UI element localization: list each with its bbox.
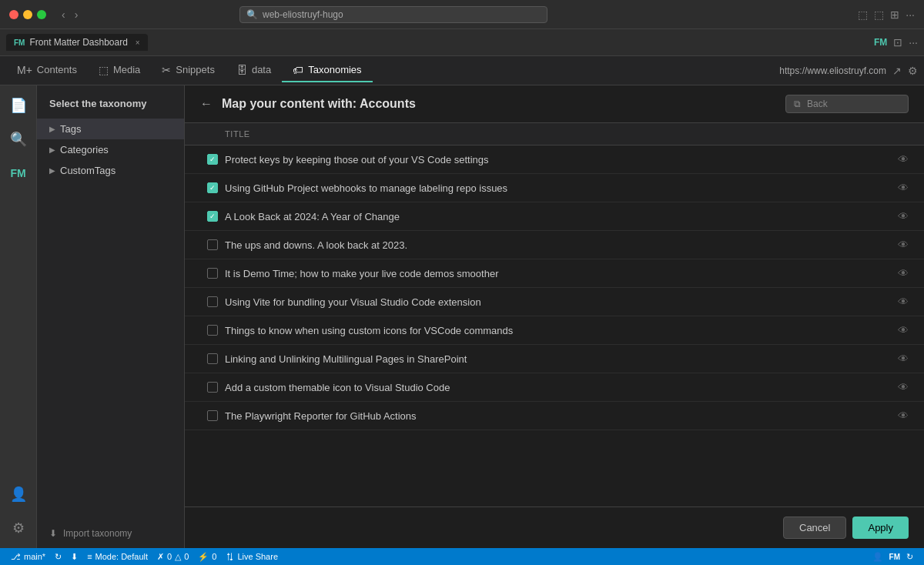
- nav-item-snippets[interactable]: ✂ Snippets: [151, 59, 226, 82]
- table-row[interactable]: Linking and Unlinking Multilingual Pages…: [185, 345, 924, 373]
- apply-button[interactable]: Apply: [852, 517, 909, 539]
- status-errors[interactable]: ✗ 0 △ 0: [152, 548, 193, 565]
- checkbox-10[interactable]: [207, 410, 218, 421]
- sidebar-item-categories[interactable]: ▶ Categories: [37, 139, 184, 160]
- tab-right-controls: FM ⊡ ···: [874, 36, 918, 48]
- status-liveshare[interactable]: ⮁ Live Share: [221, 548, 283, 565]
- row-eye-7[interactable]: 👁: [878, 324, 909, 336]
- fm-status-icon[interactable]: FM: [889, 553, 900, 561]
- back-button[interactable]: ←: [200, 97, 213, 111]
- row-eye-4[interactable]: 👁: [878, 239, 909, 251]
- checkbox-8[interactable]: [207, 353, 218, 364]
- table-container: TITLE Protect keys by keeping those out …: [185, 123, 924, 506]
- fm-tab-icon[interactable]: FM: [874, 37, 887, 48]
- row-checkbox-4[interactable]: [200, 239, 225, 250]
- table-row[interactable]: The ups and downs. A look back at 2023. …: [185, 231, 924, 259]
- row-eye-8[interactable]: 👁: [878, 353, 909, 365]
- checkbox-4[interactable]: [207, 239, 218, 250]
- row-eye-1[interactable]: 👁: [878, 153, 909, 165]
- row-checkbox-8[interactable]: [200, 353, 225, 364]
- row-checkbox-6[interactable]: [200, 296, 225, 307]
- refresh-icon[interactable]: ↻: [906, 552, 913, 562]
- row-checkbox-9[interactable]: [200, 382, 225, 393]
- row-eye-9[interactable]: 👁: [878, 381, 909, 393]
- actbar-search-icon[interactable]: 🔍: [5, 125, 32, 153]
- status-mode[interactable]: ≡ Mode: Default: [82, 548, 152, 565]
- sidebar-toggle-button[interactable]: ⬚: [858, 8, 868, 21]
- status-info[interactable]: ⚡ 0: [193, 548, 221, 565]
- liveshare-icon: ⮁: [226, 552, 234, 561]
- close-traffic-light[interactable]: [9, 10, 18, 19]
- actbar-user-icon[interactable]: 👤: [5, 480, 32, 508]
- settings-icon[interactable]: ⚙: [908, 65, 918, 77]
- import-taxonomy-button[interactable]: ⬇ Import taxonomy: [37, 519, 184, 548]
- panel-toggle-button[interactable]: ⬚: [874, 8, 884, 21]
- maximize-traffic-light[interactable]: [37, 10, 46, 19]
- sidebar-item-tags[interactable]: ▶ Tags: [37, 119, 184, 139]
- address-bar[interactable]: 🔍 web-eliostruyf-hugo: [239, 6, 547, 23]
- checkbox-3[interactable]: [207, 211, 218, 222]
- nav-item-contents[interactable]: M+ Contents: [6, 59, 88, 82]
- address-text: web-eliostruyf-hugo: [263, 9, 343, 20]
- nav-item-data[interactable]: 🗄 data: [226, 59, 282, 82]
- forward-nav-button[interactable]: ›: [72, 7, 82, 22]
- tab-more-button[interactable]: ···: [909, 36, 918, 48]
- back-nav-button[interactable]: ‹: [59, 7, 69, 22]
- activity-bar: 📄 🔍 FM 👤 ⚙: [0, 85, 37, 548]
- main-layout: 📄 🔍 FM 👤 ⚙ Select the taxonomy ▶ Tags ▶ …: [0, 85, 924, 548]
- layout-button[interactable]: ⊞: [890, 8, 899, 21]
- external-link-icon[interactable]: ↗: [892, 65, 902, 77]
- import-label: Import taxonomy: [63, 528, 132, 539]
- table-row[interactable]: Protect keys by keeping those out of you…: [185, 145, 924, 174]
- status-sync[interactable]: ↻: [50, 548, 66, 565]
- row-eye-2[interactable]: 👁: [878, 182, 909, 194]
- checkbox-5[interactable]: [207, 268, 218, 279]
- preview-button[interactable]: ⊡: [893, 36, 902, 48]
- table-row[interactable]: Using GitHub Project webhooks to manage …: [185, 174, 924, 202]
- tabbar: FM Front Matter Dashboard × FM ⊡ ···: [0, 29, 924, 56]
- row-checkbox-3[interactable]: [200, 211, 225, 222]
- checkbox-9[interactable]: [207, 382, 218, 393]
- tab-front-matter[interactable]: FM Front Matter Dashboard ×: [6, 34, 148, 51]
- more-button[interactable]: ···: [906, 8, 915, 21]
- tab-close-button[interactable]: ×: [136, 38, 140, 47]
- row-eye-10[interactable]: 👁: [878, 410, 909, 422]
- liveshare-label: Live Share: [237, 552, 278, 561]
- row-checkbox-10[interactable]: [200, 410, 225, 421]
- actbar-fm-icon[interactable]: FM: [5, 159, 32, 187]
- status-right: 👤 FM ↻: [868, 548, 918, 565]
- sidebar-item-customtags[interactable]: ▶ CustomTags: [37, 160, 184, 181]
- user-icon[interactable]: 👤: [872, 552, 883, 562]
- table-row[interactable]: A Look Back at 2024: A Year of Change 👁: [185, 202, 924, 231]
- tab-fm-icon: FM: [14, 38, 25, 47]
- row-checkbox-7[interactable]: [200, 325, 225, 336]
- nav-item-media[interactable]: ⬚ Media: [88, 59, 151, 82]
- row-checkbox-5[interactable]: [200, 268, 225, 279]
- table-row[interactable]: It is Demo Time; how to make your live c…: [185, 259, 924, 288]
- minimize-traffic-light[interactable]: [23, 10, 32, 19]
- checkbox-6[interactable]: [207, 296, 218, 307]
- status-pull[interactable]: ⬇: [66, 548, 82, 565]
- checkbox-2[interactable]: [207, 182, 218, 193]
- cancel-button[interactable]: Cancel: [783, 517, 846, 539]
- checkbox-1[interactable]: [207, 154, 218, 165]
- table-row[interactable]: Using Vite for bundling your Visual Stud…: [185, 288, 924, 316]
- row-eye-5[interactable]: 👁: [878, 267, 909, 279]
- row-eye-3[interactable]: 👁: [878, 210, 909, 222]
- sidebar-label-categories: Categories: [60, 144, 109, 155]
- actbar-settings-icon[interactable]: ⚙: [5, 514, 32, 542]
- filter-input[interactable]: ⧉ Back: [785, 95, 909, 113]
- table-row[interactable]: The Playwright Reporter for GitHub Actio…: [185, 402, 924, 430]
- checkbox-7[interactable]: [207, 325, 218, 336]
- table-row[interactable]: Things to know when using custom icons f…: [185, 316, 924, 345]
- table-row[interactable]: Add a custom themable icon to Visual Stu…: [185, 373, 924, 402]
- topnav-items: M+ Contents ⬚ Media ✂ Snippets 🗄 data 🏷 …: [6, 59, 373, 82]
- row-checkbox-1[interactable]: [200, 154, 225, 165]
- row-eye-6[interactable]: 👁: [878, 296, 909, 308]
- status-branch[interactable]: ⎇ main*: [6, 548, 50, 565]
- row-checkbox-2[interactable]: [200, 182, 225, 193]
- actbar-file-icon[interactable]: 📄: [5, 92, 32, 119]
- nav-item-taxonomies[interactable]: 🏷 Taxonomies: [282, 59, 372, 82]
- window-controls: ⬚ ⬚ ⊞ ···: [858, 8, 915, 21]
- search-icon: 🔍: [246, 9, 258, 20]
